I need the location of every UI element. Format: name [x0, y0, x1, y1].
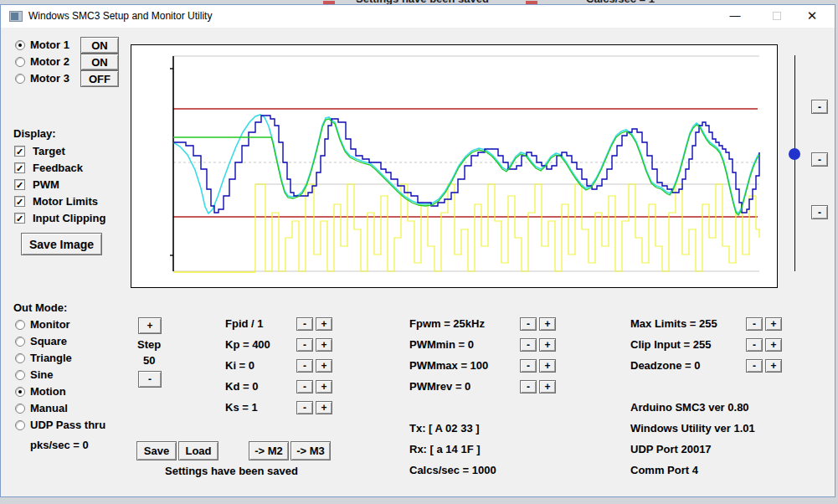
- kp-minus-button[interactable]: -: [296, 338, 313, 352]
- copy-to-m2-button[interactable]: -> M2: [249, 441, 289, 460]
- motor-1-on-button[interactable]: ON: [80, 37, 119, 54]
- save-settings-button[interactable]: Save: [136, 441, 177, 460]
- arduino-version: Arduino SMC3 ver 0.80: [630, 401, 749, 414]
- deadzone-minus-button[interactable]: -: [746, 359, 763, 373]
- input-clipping-checkbox-label: Input Clipping: [33, 212, 105, 224]
- scale-mid-minus-button[interactable]: -: [811, 152, 828, 167]
- fpid-value: Fpid / 1: [225, 317, 264, 330]
- fpwm-minus-button[interactable]: -: [520, 317, 537, 331]
- scope-plot: [131, 44, 778, 288]
- kp-plus-button[interactable]: +: [316, 338, 332, 352]
- out-mode-motion-label: Motion: [30, 385, 66, 398]
- kd-minus-button[interactable]: -: [296, 380, 313, 393]
- pwmmax-plus-button[interactable]: +: [539, 359, 556, 373]
- feedback-checkbox[interactable]: ✓: [14, 162, 25, 173]
- motor-3-label: Motor 3: [30, 72, 69, 85]
- pwmmax-value: PWMmax = 100: [409, 359, 488, 372]
- scope-chart-svg: [131, 45, 777, 287]
- kd-plus-button[interactable]: +: [316, 380, 332, 393]
- target-checkbox-label: Target: [33, 145, 65, 157]
- motor-2-radio[interactable]: [15, 57, 25, 67]
- motor-1-radio[interactable]: [15, 40, 25, 50]
- out-mode-monitor-radio[interactable]: [15, 320, 25, 330]
- tx-status: Tx: [ A 02 33 ]: [409, 422, 480, 435]
- udp-port: UDP Port 20017: [630, 443, 712, 455]
- out-mode-sine-label: Sine: [30, 368, 53, 381]
- pwmmin-value: PWMmin = 0: [409, 338, 474, 351]
- save-image-button[interactable]: Save Image: [21, 233, 102, 255]
- screen: Settings have been saved Calcs/sec = 1 W…: [0, 0, 838, 504]
- out-mode-monitor-label: Monitor: [30, 318, 70, 331]
- out-mode-section-title: Out Mode:: [13, 301, 67, 314]
- ki-value: Ki = 0: [225, 359, 254, 372]
- fpwm-plus-button[interactable]: +: [539, 317, 556, 331]
- out-mode-udp-label: UDP Pass thru: [30, 419, 105, 431]
- scale-top-minus-button[interactable]: -: [811, 100, 828, 114]
- step-label: Step: [137, 338, 161, 351]
- load-settings-button[interactable]: Load: [178, 441, 218, 460]
- pwmrev-value: PWMrev = 0: [409, 380, 470, 393]
- maximize-button: [763, 5, 791, 27]
- pwmmax-minus-button[interactable]: -: [520, 359, 537, 373]
- app-icon: [9, 11, 23, 22]
- out-mode-triangle-radio[interactable]: [15, 353, 25, 363]
- kp-value: Kp = 400: [225, 338, 270, 351]
- pwmmin-minus-button[interactable]: -: [520, 338, 537, 352]
- clip-input-minus-button[interactable]: -: [746, 338, 763, 352]
- window-title: Windows SMC3 Setup and Monitor Utility: [28, 10, 212, 22]
- ks-minus-button[interactable]: -: [296, 401, 313, 414]
- out-mode-manual-radio[interactable]: [15, 404, 25, 414]
- deadzone-value: Deadzone = 0: [630, 359, 700, 372]
- out-mode-manual-label: Manual: [30, 402, 68, 414]
- pwmmin-plus-button[interactable]: +: [539, 338, 556, 352]
- minimize-button[interactable]: —: [721, 5, 749, 27]
- max-limits-value: Max Limits = 255: [630, 317, 717, 330]
- max-limits-minus-button[interactable]: -: [746, 317, 763, 331]
- motor-2-on-button[interactable]: ON: [80, 54, 119, 70]
- out-mode-square-radio[interactable]: [15, 337, 25, 347]
- pwm-checkbox-label: PWM: [33, 178, 59, 191]
- feedback-checkbox-label: Feedback: [33, 162, 83, 174]
- ks-value: Ks = 1: [225, 401, 258, 414]
- copy-to-m3-button[interactable]: -> M3: [290, 441, 331, 460]
- out-mode-udp-radio[interactable]: [15, 420, 25, 430]
- out-mode-sine-radio[interactable]: [15, 370, 25, 380]
- maximize-icon: [773, 12, 781, 20]
- step-value: 50: [143, 354, 155, 367]
- motor-3-radio[interactable]: [15, 74, 25, 84]
- fpid-plus-button[interactable]: +: [316, 317, 332, 331]
- scale-slider-track[interactable]: [794, 55, 795, 271]
- motor-limits-checkbox-label: Motor Limits: [33, 195, 98, 208]
- ki-minus-button[interactable]: -: [296, 359, 313, 373]
- clip-input-plus-button[interactable]: +: [765, 338, 782, 352]
- input-clipping-checkbox[interactable]: ✓: [14, 213, 25, 224]
- out-mode-motion-radio[interactable]: [15, 387, 25, 397]
- motor-limits-checkbox[interactable]: ✓: [14, 196, 25, 207]
- fpid-minus-button[interactable]: -: [296, 317, 313, 331]
- title-bar: Windows SMC3 Setup and Monitor Utility —…: [1, 5, 835, 28]
- rx-status: Rx: [ a 14 1F ]: [409, 443, 481, 455]
- fpwm-value: Fpwm = 25kHz: [409, 317, 485, 330]
- ks-plus-button[interactable]: +: [316, 401, 332, 414]
- scale-slider-thumb[interactable]: [789, 148, 800, 160]
- step-minus-button[interactable]: -: [138, 371, 162, 388]
- motor-2-label: Motor 2: [30, 55, 69, 68]
- ki-plus-button[interactable]: +: [316, 359, 332, 373]
- target-checkbox[interactable]: ✓: [14, 146, 25, 157]
- app-window: Windows SMC3 Setup and Monitor Utility —…: [0, 4, 835, 497]
- step-plus-button[interactable]: +: [138, 317, 162, 334]
- clip-input-value: Clip Input = 255: [630, 338, 711, 351]
- close-button[interactable]: ✕: [798, 5, 826, 27]
- kd-value: Kd = 0: [225, 380, 258, 393]
- out-mode-triangle-label: Triangle: [30, 352, 72, 364]
- motor-3-off-button[interactable]: OFF: [80, 70, 119, 87]
- display-section-title: Display:: [13, 127, 56, 140]
- pwm-checkbox[interactable]: ✓: [14, 179, 25, 190]
- pks-per-sec-value: pks/sec = 0: [30, 439, 89, 451]
- pwmrev-minus-button[interactable]: -: [520, 380, 537, 393]
- pwmrev-plus-button[interactable]: +: [539, 380, 556, 393]
- settings-status-message: Settings have been saved: [165, 465, 298, 477]
- scale-bottom-minus-button[interactable]: -: [811, 205, 828, 219]
- max-limits-plus-button[interactable]: +: [765, 317, 782, 331]
- deadzone-plus-button[interactable]: +: [765, 359, 782, 373]
